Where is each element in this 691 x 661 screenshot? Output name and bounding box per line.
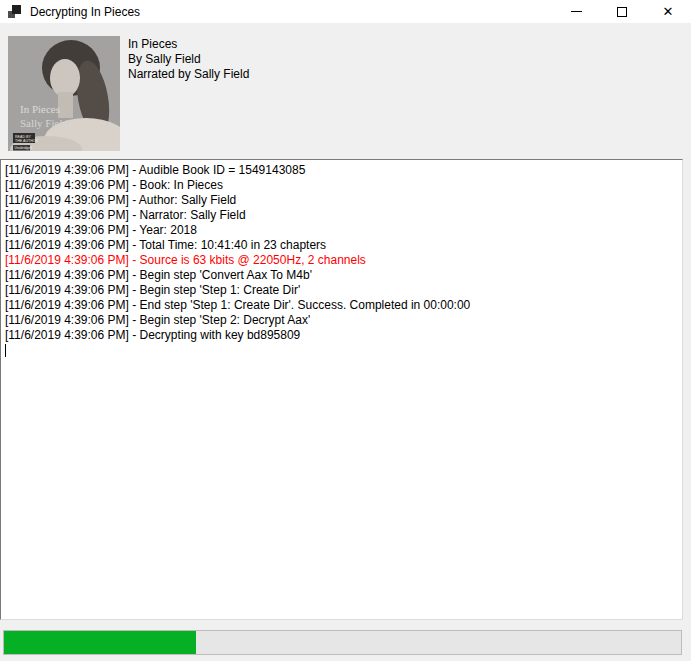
cover-edition-text: Unabridged: [15, 146, 33, 150]
log-line: [11/6/2019 4:39:06 PM] - Decrypting with…: [5, 328, 678, 343]
app-window: Decrypting In Pieces ✕ In Pieces Sally F…: [0, 0, 691, 661]
caret-line: [5, 343, 678, 358]
window-controls: ✕: [553, 0, 691, 23]
log-line: [11/6/2019 4:39:06 PM] - Audible Book ID…: [5, 163, 678, 178]
log-line: [11/6/2019 4:39:06 PM] - Source is 63 kb…: [5, 253, 678, 268]
book-cover-image: In Pieces Sally Field READ BY THE AUTHOR…: [8, 36, 120, 151]
title-bar[interactable]: Decrypting In Pieces ✕: [0, 0, 691, 23]
progress-bar: [3, 630, 682, 655]
book-title: In Pieces: [128, 37, 249, 52]
log-line: [11/6/2019 4:39:06 PM] - Author: Sally F…: [5, 193, 678, 208]
log-line: [11/6/2019 4:39:06 PM] - Total Time: 10:…: [5, 238, 678, 253]
maximize-icon: [617, 7, 627, 17]
book-narrator: Narrated by Sally Field: [128, 67, 249, 82]
book-info: In Pieces By Sally Field Narrated by Sal…: [128, 37, 249, 82]
app-icon-square-large: [12, 5, 21, 14]
app-icon[interactable]: [8, 5, 21, 18]
cover-author-text: Sally Field: [20, 117, 68, 129]
log-line: [11/6/2019 4:39:06 PM] - Begin step 'Ste…: [5, 283, 678, 298]
cover-badge-line2: THE AUTHOR: [15, 139, 39, 143]
log-area[interactable]: [11/6/2019 4:39:06 PM] - Audible Book ID…: [0, 159, 683, 620]
log-line: [11/6/2019 4:39:06 PM] - End step 'Step …: [5, 298, 678, 313]
book-author: By Sally Field: [128, 52, 249, 67]
log-line: [11/6/2019 4:39:06 PM] - Begin step 'Ste…: [5, 313, 678, 328]
cover-title-text: In Pieces: [20, 103, 60, 115]
window-title: Decrypting In Pieces: [30, 5, 140, 19]
log-line: [11/6/2019 4:39:06 PM] - Book: In Pieces: [5, 178, 678, 193]
minimize-icon: [571, 11, 582, 12]
maximize-button[interactable]: [599, 0, 645, 23]
text-caret: [5, 344, 6, 357]
log-line: [11/6/2019 4:39:06 PM] - Narrator: Sally…: [5, 208, 678, 223]
progress-fill: [4, 631, 196, 654]
log-line: [11/6/2019 4:39:06 PM] - Begin step 'Con…: [5, 268, 678, 283]
close-icon: ✕: [663, 5, 674, 18]
log-line: [11/6/2019 4:39:06 PM] - Year: 2018: [5, 223, 678, 238]
close-button[interactable]: ✕: [645, 0, 691, 23]
minimize-button[interactable]: [553, 0, 599, 23]
